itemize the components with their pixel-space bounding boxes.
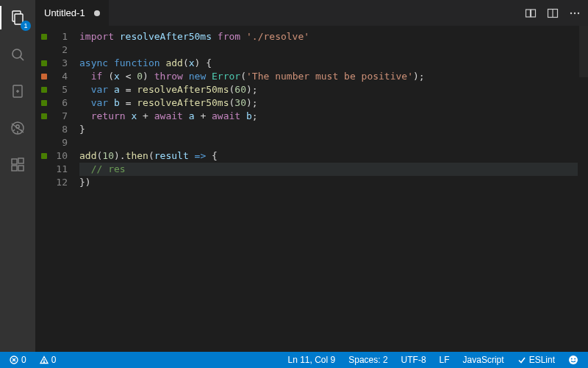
tab-title: Untitled-1 <box>44 7 85 18</box>
debug-icon[interactable] <box>0 116 35 140</box>
diff-icon[interactable] <box>0 79 35 103</box>
svg-rect-15 <box>18 166 24 171</box>
svg-line-9 <box>13 130 15 131</box>
svg-point-22 <box>574 12 576 13</box>
status-encoding[interactable]: UTF-8 <box>398 355 430 365</box>
gutter: 1 2 3 4 5 6 7 8 9 10 11 12 <box>35 26 79 352</box>
dirty-indicator-icon <box>94 10 100 16</box>
tab-untitled[interactable]: Untitled-1 <box>35 0 110 26</box>
svg-rect-18 <box>531 10 536 17</box>
minimap[interactable] <box>578 26 588 352</box>
status-eslint[interactable]: ESLint <box>514 355 559 365</box>
svg-rect-16 <box>18 158 24 163</box>
activity-bar: 1 <box>0 0 35 352</box>
status-warnings[interactable]: 0 <box>36 355 60 365</box>
status-eol[interactable]: LF <box>436 355 453 365</box>
tab-bar: Untitled-1 <box>35 0 588 26</box>
svg-rect-17 <box>526 10 531 17</box>
svg-rect-13 <box>12 159 17 164</box>
status-bar: 0 0 Ln 11, Col 9 Spaces: 2 UTF-8 LF Java… <box>0 352 588 368</box>
svg-point-21 <box>570 12 572 13</box>
status-language[interactable]: JavaScript <box>459 355 508 365</box>
split-editor-icon[interactable] <box>547 7 559 19</box>
editor-actions <box>517 0 588 26</box>
extensions-icon[interactable] <box>0 153 35 177</box>
compare-icon[interactable] <box>525 7 537 19</box>
svg-point-29 <box>569 355 578 364</box>
svg-line-3 <box>21 57 24 61</box>
svg-rect-14 <box>12 166 17 171</box>
explorer-icon[interactable]: 1 <box>0 6 35 29</box>
svg-point-28 <box>43 362 44 363</box>
more-icon[interactable] <box>569 7 581 19</box>
status-errors[interactable]: 0 <box>6 355 30 365</box>
svg-point-31 <box>574 358 576 360</box>
status-indent[interactable]: Spaces: 2 <box>345 355 391 365</box>
svg-point-2 <box>12 49 21 58</box>
search-icon[interactable] <box>0 43 35 66</box>
editor: Untitled-1 1 2 3 4 5 6 7 8 9 10 <box>35 0 588 352</box>
svg-point-23 <box>578 12 579 13</box>
feedback-icon[interactable] <box>564 355 582 365</box>
explorer-badge: 1 <box>21 21 31 31</box>
code-content[interactable]: import resolveAfter50ms from './resolve'… <box>79 26 578 352</box>
status-cursor[interactable]: Ln 11, Col 9 <box>284 355 340 365</box>
svg-point-30 <box>571 358 573 360</box>
code-area[interactable]: 1 2 3 4 5 6 7 8 9 10 11 12 import resolv… <box>35 26 588 352</box>
